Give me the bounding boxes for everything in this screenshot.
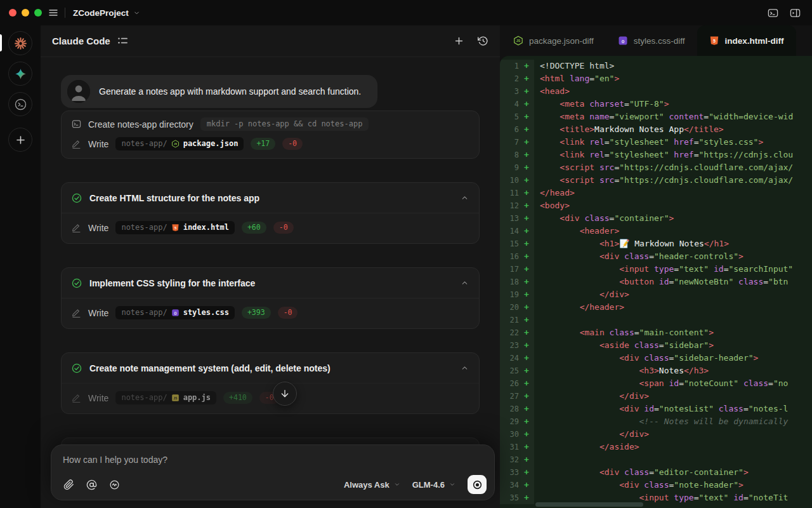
scroll-to-bottom-button[interactable] — [273, 382, 297, 406]
file-chip[interactable]: notes-app/JSpackage.json — [115, 137, 244, 150]
thinking-icon[interactable] — [109, 479, 120, 490]
file-chip[interactable]: notes-app/JSapp.js — [115, 391, 216, 404]
file-path: notes-app/ — [121, 393, 167, 402]
line-number: 17 — [500, 263, 519, 276]
gemini-session[interactable] — [8, 62, 32, 86]
addition-sign: + — [519, 364, 534, 377]
code-content: <div id="notesList" class="notes-l — [534, 403, 812, 415]
addition-sign: + — [519, 466, 534, 479]
additions-badge: +393 — [242, 307, 271, 319]
addition-sign: + — [519, 60, 534, 72]
line-number: 4 — [500, 98, 519, 110]
diff-line: 8+ <link rel="stylesheet" href="https://… — [500, 149, 812, 161]
tab-styles.css-diff[interactable]: {}styles.css-diff — [606, 25, 697, 56]
tab-package.json-diff[interactable]: JSpackage.json-diff — [501, 25, 606, 56]
check-circle-icon — [72, 278, 82, 288]
menu-icon[interactable] — [48, 8, 58, 18]
code-content: <input type="text" id="searchInput" — [534, 263, 812, 276]
action-verb: Write — [88, 139, 108, 149]
diff-line: 28+ <div id="notesList" class="notes-l — [500, 403, 812, 415]
diff-line: 21+ — [500, 314, 812, 326]
code-content: </div> — [534, 428, 812, 441]
record-button[interactable] — [468, 475, 487, 494]
line-number: 34 — [500, 479, 519, 491]
addition-sign: + — [519, 110, 534, 123]
file-chip[interactable]: notes-app/{}styles.css — [115, 306, 235, 319]
addition-sign: + — [519, 288, 534, 301]
chat-transcript: Generate a notes app with markdown suppo… — [41, 57, 500, 508]
addition-sign: + — [519, 187, 534, 199]
user-message: Generate a notes app with markdown suppo… — [61, 75, 377, 108]
addition-sign: + — [519, 250, 534, 263]
terminal-circle-icon — [15, 98, 27, 110]
addition-sign: + — [519, 237, 534, 250]
file-name: package.json — [183, 139, 239, 148]
mention-icon[interactable] — [86, 479, 97, 490]
diff-line: 25+ <h3>Notes</h3> — [500, 364, 812, 377]
code-content: <script src="https://cdnjs.cloudflare.co… — [534, 161, 812, 174]
arrow-down-icon — [280, 389, 290, 399]
terminal-agent-session[interactable] — [8, 92, 32, 116]
attach-file-icon[interactable] — [63, 479, 74, 490]
composer-placeholder[interactable]: How can I help you today? — [63, 455, 483, 465]
line-number: 21 — [500, 314, 519, 326]
history-icon[interactable] — [478, 36, 488, 46]
code-content: </div> — [534, 390, 812, 403]
task-title: Create note management system (add, edit… — [89, 363, 453, 373]
tab-index.html-diff[interactable]: 5index.html-diff — [697, 25, 796, 56]
line-number: 1 — [500, 60, 519, 72]
task-card: Create note management system (add, edit… — [61, 352, 480, 414]
layout-panel-icon[interactable] — [790, 8, 801, 18]
code-content: <link rel="stylesheet" href="https://cdn… — [534, 149, 812, 161]
task-card-header[interactable]: Create note management system (add, edit… — [62, 353, 479, 383]
line-number: 33 — [500, 466, 519, 479]
line-number: 7 — [500, 136, 519, 149]
diff-line: 3+<head> — [500, 85, 812, 98]
svg-text:{}: {} — [174, 311, 176, 314]
diff-line: 29+ <!-- Notes will be dynamically — [500, 415, 812, 428]
line-number: 11 — [500, 187, 519, 199]
task-list-icon[interactable] — [117, 36, 128, 46]
maximize-window-button[interactable] — [34, 9, 42, 17]
close-window-button[interactable] — [9, 9, 16, 17]
minimize-window-button[interactable] — [22, 9, 29, 17]
code-content: <aside class="sidebar"> — [534, 339, 812, 352]
code-content: </head> — [534, 187, 812, 199]
addition-sign: + — [519, 276, 534, 288]
new-session[interactable] — [8, 128, 32, 152]
permission-mode-dropdown[interactable]: Always Ask — [344, 480, 400, 490]
diff-line: 9+ <script src="https://cdnjs.cloudflare… — [500, 161, 812, 174]
task-card: Create HTML structure for the notes appW… — [61, 182, 480, 244]
model-dropdown[interactable]: GLM-4.6 — [412, 480, 455, 490]
pencil-icon — [72, 393, 81, 403]
horizontal-scrollbar[interactable] — [535, 502, 643, 507]
addition-sign: + — [519, 225, 534, 237]
command-row: Create notes-app directorymkdir -p notes… — [72, 117, 469, 131]
message-composer[interactable]: How can I help you today? Always Ask GLM… — [51, 444, 495, 500]
code-content: <div class="header-controls"> — [534, 250, 812, 263]
command-chip[interactable]: mkdir -p notes-app && cd notes-app — [200, 117, 369, 131]
task-card: Implement CSS styling for the interfaceW… — [61, 267, 480, 329]
diff-line: 18+ <button id="newNoteBtn" class="btn — [500, 276, 812, 288]
terminal-panel-icon[interactable] — [768, 8, 778, 18]
addition-sign: + — [519, 199, 534, 212]
diff-line: 19+ </div> — [500, 288, 812, 301]
claude-code-session[interactable] — [8, 31, 32, 55]
line-number: 3 — [500, 85, 519, 98]
code-content — [534, 314, 812, 326]
write-file-row: Writenotes-app/{}styles.css+393-0 — [72, 306, 469, 319]
new-chat-button[interactable] — [454, 36, 464, 46]
addition-sign: + — [519, 326, 534, 339]
code-content: </header> — [534, 301, 812, 314]
diff-line: 11+</head> — [500, 187, 812, 199]
line-number: 23 — [500, 339, 519, 352]
task-card-header[interactable]: Implement CSS styling for the interface — [62, 268, 479, 298]
user-message-text: Generate a notes app with markdown suppo… — [99, 86, 361, 97]
task-card-header[interactable]: Create HTML structure for the notes app — [62, 183, 479, 213]
json-file-icon: JS — [171, 140, 180, 148]
file-chip[interactable]: notes-app/5index.html — [115, 221, 235, 234]
addition-sign: + — [519, 415, 534, 428]
svg-text:{}: {} — [621, 39, 624, 43]
project-switcher[interactable]: ZCodeProject — [73, 8, 140, 18]
js-file-icon: JS — [171, 394, 180, 402]
